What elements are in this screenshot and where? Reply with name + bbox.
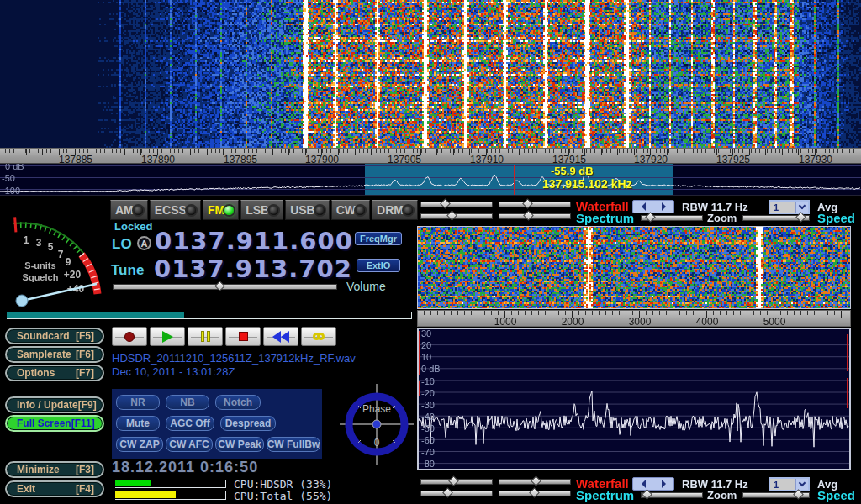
slider-thumb[interactable] [642, 489, 652, 500]
cw-afc-button[interactable]: CW AFC [166, 437, 213, 452]
slider-thumb[interactable] [645, 212, 656, 223]
waterfall-brightness-slider[interactable] [420, 202, 493, 207]
button-label: Options [17, 367, 55, 379]
frequency-ruler[interactable]: 137885 137890 137895 137900 137905 13791… [0, 148, 861, 164]
mode-led [224, 206, 234, 215]
mode-cw[interactable]: CW [331, 200, 370, 220]
pause-button[interactable] [188, 327, 223, 346]
combo-drop-button[interactable] [795, 202, 808, 213]
agc-button[interactable]: AGC Off [166, 416, 214, 431]
phase-scope: Phase 0 [338, 382, 415, 466]
cpu-hdsdr-label: CPU:HDSDR (33%) [234, 478, 332, 491]
freqmgr-button[interactable]: FreqMgr [355, 232, 402, 245]
button-hotkey: [F3] [76, 464, 94, 475]
prev-arrow-icon[interactable] [642, 202, 646, 211]
minimize-button[interactable]: Minimize [F3] [5, 461, 104, 478]
combo-drop-button[interactable] [795, 479, 808, 490]
prev-arrow-icon[interactable] [642, 480, 646, 488]
rx-waterfall[interactable] [418, 227, 850, 308]
fullscreen-button[interactable]: Full Screen [F11] [5, 415, 104, 432]
db-scale-label: 30 [421, 328, 431, 339]
speed-label: Speed [817, 488, 855, 502]
rewind-button[interactable] [263, 327, 298, 346]
stop-button[interactable] [225, 327, 261, 346]
main-waterfall[interactable] [0, 0, 861, 148]
rx-frequency-axis[interactable]: 1000 2000 3000 4000 5000 [417, 310, 851, 327]
spectrum-label: Spectrum [576, 488, 634, 502]
mode-label: ECSS [155, 203, 187, 217]
db-scale-label: -10 [421, 376, 435, 386]
mode-am[interactable]: AM [110, 200, 148, 220]
squelch-level-bar[interactable] [7, 312, 412, 319]
next-arrow-icon[interactable] [662, 480, 666, 488]
button-label: Full Screen [17, 417, 71, 429]
spectrum-brightness-slider[interactable] [420, 491, 493, 496]
mode-lsb[interactable]: LSB [240, 200, 283, 220]
spectrum-brightness-slider[interactable] [420, 213, 493, 219]
zoom-slider[interactable] [641, 492, 703, 498]
squelch-marker[interactable] [15, 217, 16, 232]
chevron-down-icon [799, 480, 806, 486]
slider-thumb[interactable] [529, 487, 540, 498]
soundcard-button[interactable]: Soundcard [F5] [5, 328, 104, 344]
mode-drm[interactable]: DRM [372, 200, 418, 220]
waterfall-contrast-slider[interactable] [499, 202, 571, 207]
slider-thumb[interactable] [440, 198, 451, 209]
band-nav-buttons[interactable] [632, 200, 674, 213]
slider-thumb[interactable] [442, 487, 453, 498]
next-arrow-icon[interactable] [662, 202, 666, 211]
despread-button[interactable]: Despread [220, 416, 276, 431]
overview-spectrum[interactable]: 0 dB -50 -100 -55.9 dB 137.915.102 kHz [0, 164, 861, 196]
play-button[interactable] [150, 327, 185, 346]
hdsdr-window: 137885 137890 137895 137900 137905 13791… [0, 0, 861, 504]
s-meter[interactable]: 1 3 5 7 9 +20 +40 S-units Squelch [2, 207, 108, 311]
play-icon [162, 331, 173, 343]
slider-thumb[interactable] [523, 210, 534, 221]
avg-combobox[interactable]: 1 [769, 200, 810, 214]
cw-zap-button[interactable]: CW ZAP [116, 437, 163, 452]
slider-thumb[interactable] [448, 475, 459, 486]
nr-button[interactable]: NR [116, 395, 160, 410]
axis-label: 4000 [686, 316, 728, 328]
spectrum-contrast-slider[interactable] [499, 491, 571, 496]
slider-thumb[interactable] [446, 210, 457, 221]
speed-slider[interactable] [742, 492, 810, 498]
lo-frequency-display[interactable]: 0137.911.600 [155, 227, 353, 255]
options-button[interactable]: Options [F7] [5, 365, 104, 381]
cw-peak-button[interactable]: CW Peak [215, 437, 264, 452]
lock-badge[interactable]: A [137, 236, 151, 250]
tune-frequency-display[interactable]: 0137.913.702 [154, 255, 352, 283]
avg-combobox[interactable]: 1 [769, 477, 810, 491]
volume-slider[interactable] [113, 284, 337, 290]
mode-usb[interactable]: USB [285, 200, 330, 220]
cw-fullbw-button[interactable]: CW FullBw [267, 437, 320, 452]
waterfall-contrast-slider[interactable] [499, 479, 571, 485]
smeter-needle-pivot [16, 295, 28, 307]
overview-spectrum-canvas[interactable] [0, 164, 861, 196]
info-update-button[interactable]: Info / Update [F9] [5, 396, 104, 413]
slider-thumb[interactable] [531, 475, 541, 486]
samplerate-button[interactable]: Samplerate [F6] [5, 346, 104, 363]
db-scale-label: -40 [421, 412, 435, 422]
cpu-hdsdr-fill [115, 480, 151, 486]
waterfall-brightness-slider[interactable] [420, 479, 493, 485]
button-hotkey: [F4] [76, 483, 94, 495]
rx-spectrum[interactable] [419, 329, 849, 469]
db-scale-label: -80 [421, 459, 435, 469]
extio-button[interactable]: ExtIO [357, 259, 400, 272]
notch-button[interactable]: Notch [215, 395, 261, 410]
slider-thumb[interactable] [523, 198, 534, 209]
record-button[interactable] [112, 327, 147, 346]
speed-slider[interactable] [742, 215, 810, 221]
band-nav-buttons[interactable] [632, 477, 674, 491]
zoom-slider[interactable] [641, 215, 703, 221]
spectrum-contrast-slider[interactable] [499, 213, 571, 219]
zoom-label: Zoom [707, 212, 737, 224]
exit-button[interactable]: Exit [F4] [5, 480, 104, 497]
mute-button[interactable]: Mute [116, 416, 160, 431]
button-label: Soundcard [17, 330, 70, 342]
nb-button[interactable]: NB [166, 395, 209, 410]
mode-ecss[interactable]: ECSS [150, 200, 201, 220]
mode-fm[interactable]: FM [203, 200, 239, 220]
loop-button[interactable] [301, 327, 336, 346]
